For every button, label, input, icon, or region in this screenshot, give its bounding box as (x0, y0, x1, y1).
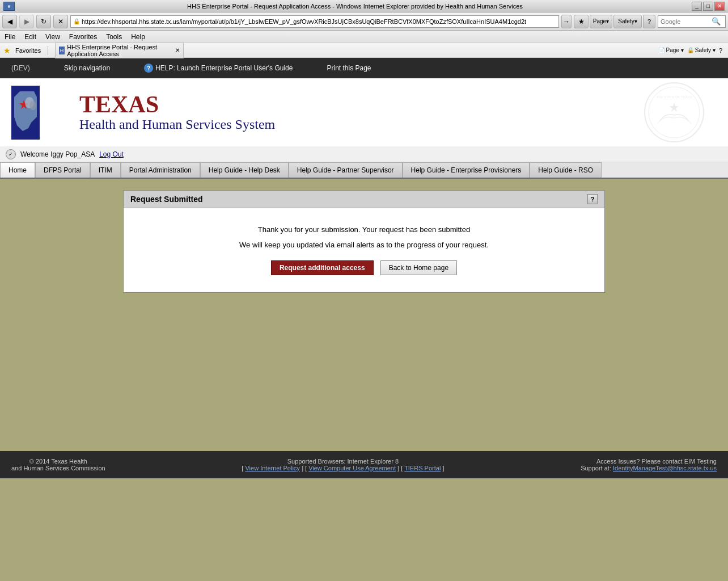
action-buttons: Request additional access Back to Home p… (135, 260, 593, 275)
help-circle-icon: ? (144, 64, 153, 73)
request-box-help-button[interactable]: ? (587, 194, 598, 204)
footer: © 2014 Texas Health and Human Services C… (0, 451, 728, 478)
top-nav: (DEV) Skip navigation ? HELP: Launch Ent… (0, 58, 728, 78)
user-icon: ✓ (6, 149, 16, 159)
texas-text: TEXAS (79, 92, 275, 116)
back-button[interactable]: ◀ (2, 15, 17, 28)
browser-title-bar: e HHS Enterprise Portal - Request Applic… (0, 0, 728, 12)
menu-view[interactable]: View (45, 33, 60, 41)
help-toolbar-button[interactable]: ? (643, 15, 655, 28)
header-section: TEXAS Health and Human Services System T… (0, 78, 728, 146)
menu-bar: File Edit View Favorites Tools Help (0, 31, 728, 43)
texas-logo (11, 86, 74, 140)
safety-controls[interactable]: 🔒 Safety ▾ (687, 47, 716, 54)
footer-bracket-close: ] (442, 465, 444, 471)
menu-help[interactable]: Help (131, 33, 145, 41)
footer-copyright-line1: © 2014 Texas Health (11, 458, 105, 465)
svg-marker-8 (670, 103, 679, 112)
hhs-subtitle: Health and Human Services System (79, 116, 275, 133)
footer-browsers: Supported Browsers: Internet Explorer 8 (242, 458, 444, 465)
footer-center: Supported Browsers: Internet Explorer 8 … (242, 458, 444, 471)
page-label: Page ▾ (666, 47, 684, 53)
nav-tabs: Home DFPS Portal ITIM Portal Administrat… (0, 162, 728, 179)
tab-favicon: H (59, 47, 65, 54)
favorites-label: Favorites (15, 47, 41, 54)
tab-rso[interactable]: Help Guide - RSO (530, 162, 602, 178)
browser-right-controls: 📄 Page ▾ 🔒 Safety ▾ ? (188, 47, 725, 54)
footer-support-email[interactable]: IdentityManageTest@hhsc.state.tx.us (613, 465, 717, 471)
footer-separator2: ] [ (397, 465, 404, 471)
footer-access-issues: Access Issues? Please contact EIM Testin… (581, 458, 717, 465)
request-additional-access-button[interactable]: Request additional access (271, 260, 374, 275)
content-area: Request Submitted ? Thank you for your s… (0, 179, 728, 451)
footer-separator1: ] [ (302, 465, 308, 471)
help-label: HELP: Launch Enterprise Portal User's Gu… (155, 64, 293, 72)
menu-tools[interactable]: Tools (106, 33, 122, 41)
skip-nav-link[interactable]: Skip navigation (64, 64, 110, 72)
help-link[interactable]: ? HELP: Launch Enterprise Portal User's … (144, 64, 293, 73)
favorites-divider (48, 46, 48, 55)
forward-button[interactable]: ▶ (19, 15, 34, 28)
footer-right: Access Issues? Please contact EIM Testin… (581, 458, 717, 471)
toolbar-extras: ★ Page▾ Safety▾ ? (574, 15, 655, 28)
go-button[interactable]: → (561, 15, 572, 28)
welcome-text: Welcome Iggy Pop_ASA (20, 150, 95, 158)
address-bar[interactable]: 🔒 (70, 15, 559, 28)
request-message-2: We will keep you updated via email alert… (135, 241, 593, 249)
svg-point-5 (645, 83, 704, 142)
tab-dfps[interactable]: DFPS Portal (35, 162, 90, 178)
maximize-button[interactable]: □ (703, 2, 713, 11)
footer-links: [ View Internet Policy ] [ View Computer… (242, 465, 444, 471)
page-wrapper: (DEV) Skip navigation ? HELP: Launch Ent… (0, 58, 728, 451)
user-bar: ✓ Welcome Iggy Pop_ASA Log Out (0, 146, 728, 162)
page-controls[interactable]: 📄 Page ▾ (658, 47, 684, 54)
dev-label: (DEV) (11, 64, 30, 72)
request-box: Request Submitted ? Thank you for your s… (123, 190, 605, 293)
browser-toolbar: ◀ ▶ ↻ ✕ 🔒 → ★ Page▾ Safety▾ ? 🔍 (0, 12, 728, 31)
tab-partner-supervisor[interactable]: Help Guide - Partner Supervisor (289, 162, 403, 178)
search-input[interactable] (661, 18, 712, 25)
tab-portal-admin[interactable]: Portal Administration (121, 162, 200, 178)
logo-text-area: TEXAS Health and Human Services System (79, 92, 275, 133)
request-message-1: Thank you for your submission. Your requ… (135, 225, 593, 234)
window-controls[interactable]: _ □ ✕ (692, 2, 725, 11)
favorites-button[interactable]: ★ (574, 15, 589, 28)
ie-help-button[interactable]: ? (719, 47, 722, 54)
search-icon[interactable]: 🔍 (712, 17, 721, 26)
menu-edit[interactable]: Edit (24, 33, 36, 41)
tab-close-icon[interactable]: ✕ (175, 47, 180, 53)
tab-enterprise[interactable]: Help Guide - Enterprise Provisioners (403, 162, 530, 178)
footer-tiers-link[interactable]: TIERS Portal (404, 465, 441, 471)
back-to-home-button[interactable]: Back to Home page (380, 260, 457, 275)
search-box[interactable]: 🔍 (658, 15, 726, 28)
tab-item[interactable]: H HHS Enterprise Portal - Request Applic… (55, 43, 184, 58)
menu-favorites[interactable]: Favorites (69, 33, 97, 41)
texas-seal: THE STATE OF TEXAS (643, 81, 705, 144)
minimize-button[interactable]: _ (692, 2, 702, 11)
request-box-body: Thank you for your submission. Your requ… (124, 208, 604, 292)
request-box-header: Request Submitted ? (124, 191, 604, 208)
print-link[interactable]: Print this Page (327, 64, 371, 72)
request-box-title: Request Submitted (130, 195, 203, 204)
tab-itim[interactable]: ITIM (90, 162, 121, 178)
footer-computer-use-link[interactable]: View Computer Use Agreement (308, 465, 396, 471)
svg-point-6 (649, 87, 700, 138)
footer-copyright-line2: and Human Services Commission (11, 465, 105, 471)
tab-home[interactable]: Home (0, 162, 35, 178)
browser-title: HHS Enterprise Portal - Request Applicat… (18, 3, 692, 10)
menu-file[interactable]: File (5, 33, 15, 41)
safety-button[interactable]: Safety▾ (613, 15, 642, 28)
svg-text:THE STATE OF TEXAS: THE STATE OF TEXAS (656, 95, 692, 99)
refresh-button[interactable]: ↻ (36, 15, 51, 28)
tab-help-desk[interactable]: Help Guide - Help Desk (200, 162, 289, 178)
footer-left: © 2014 Texas Health and Human Services C… (11, 458, 105, 471)
safety-icon: 🔒 (687, 47, 694, 53)
logo-area: TEXAS Health and Human Services System (11, 86, 275, 140)
close-button[interactable]: ✕ (714, 2, 725, 11)
stop-button[interactable]: ✕ (53, 15, 68, 28)
favorites-star-icon: ★ (3, 46, 11, 55)
url-input[interactable] (82, 18, 556, 25)
logout-link[interactable]: Log Out (99, 150, 124, 158)
tools-button[interactable]: Page▾ (590, 15, 612, 28)
footer-internet-policy-link[interactable]: View Internet Policy (245, 465, 299, 471)
